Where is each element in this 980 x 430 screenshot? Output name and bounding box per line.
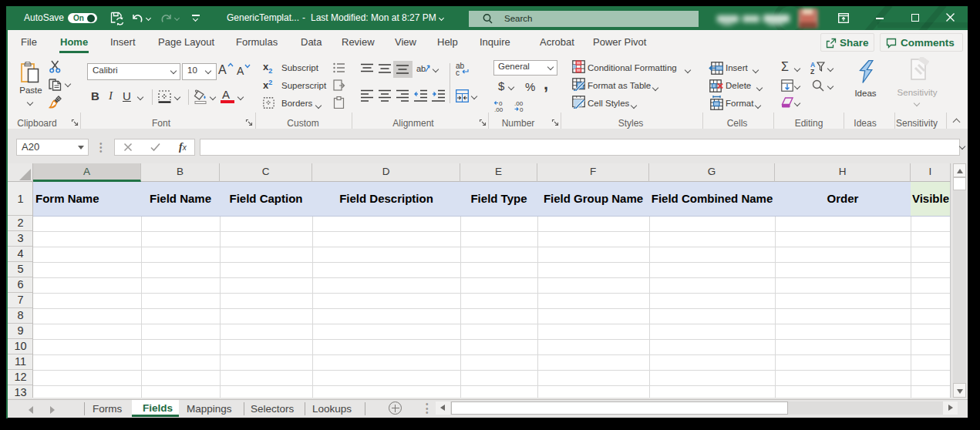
svg-text:ab: ab [416, 64, 426, 73]
svg-text:Z: Z [810, 68, 814, 75]
svg-text:.00: .00 [494, 106, 503, 113]
svg-text:c: c [456, 69, 460, 76]
svg-text:0: 0 [520, 106, 524, 113]
